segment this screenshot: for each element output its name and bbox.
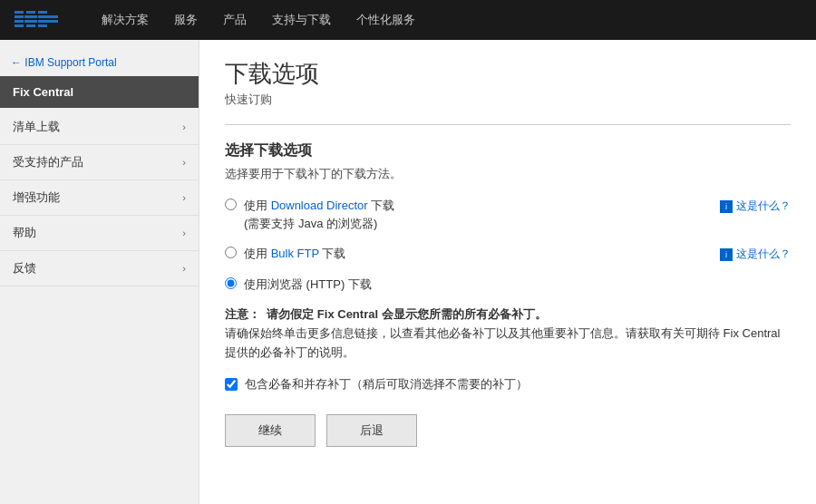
info-icon-2: i xyxy=(720,248,733,261)
sidebar-item-products-label: 受支持的产品 xyxy=(13,154,83,170)
option-2-label[interactable]: 使用 Bulk FTP 下载 xyxy=(244,245,345,263)
nav-products[interactable]: 产品 xyxy=(223,12,247,28)
radio-http[interactable] xyxy=(225,277,237,289)
note-text1: 请勿假定 Fix Central 会显示您所需的所有必备补丁。 xyxy=(267,307,546,321)
svg-rect-1 xyxy=(15,15,24,18)
svg-rect-4 xyxy=(26,11,35,14)
radio-download-director[interactable] xyxy=(225,199,237,210)
section-desc: 选择要用于下载补丁的下载方法。 xyxy=(225,166,791,182)
sidebar-item-upload[interactable]: 清单上载 › xyxy=(0,110,199,145)
option-1-link-text: 这是什么？ xyxy=(736,199,791,214)
svg-rect-7 xyxy=(26,24,35,27)
note-line1: 注意： 请勿假定 Fix Central 会显示您所需的所有必备补丁。 xyxy=(225,305,791,325)
page-title: 下载选项 xyxy=(225,58,791,90)
chevron-icon-0: › xyxy=(182,121,186,132)
option-2-link-text: 这是什么？ xyxy=(736,247,791,262)
option-3-text: 使用浏览器 (HTTP) 下载 xyxy=(244,277,372,291)
checkbox-label[interactable]: 包含必备和并存补丁（稍后可取消选择不需要的补丁） xyxy=(245,376,528,393)
svg-rect-2 xyxy=(15,20,24,23)
section-title: 选择下载选项 xyxy=(225,141,791,160)
sidebar-item-help[interactable]: 帮助 › xyxy=(0,216,199,251)
option-1-text: 使用 Download Director 下载 xyxy=(244,199,394,212)
svg-rect-10 xyxy=(38,20,58,23)
option-1-link[interactable]: i 这是什么？ xyxy=(720,199,791,214)
chevron-icon-4: › xyxy=(182,263,186,274)
sidebar-item-enhance[interactable]: 增强功能 › xyxy=(0,180,199,216)
option-1-label[interactable]: 使用 Download Director 下载 (需要支持 Java 的浏览器) xyxy=(244,197,394,232)
main-container: ← IBM Support Portal Fix Central 清单上载 › … xyxy=(0,40,816,504)
note-box: 注意： 请勿假定 Fix Central 会显示您所需的所有必备补丁。 请确保始… xyxy=(225,305,791,362)
ibm-logo xyxy=(15,11,58,29)
option-1-left: 使用 Download Director 下载 (需要支持 Java 的浏览器) xyxy=(225,197,702,232)
option-1-sub: (需要支持 Java 的浏览器) xyxy=(244,217,377,230)
sidebar-item-feedback-label: 反馈 xyxy=(13,260,36,276)
option-row-3: 使用浏览器 (HTTP) 下载 xyxy=(225,276,791,294)
sidebar-item-help-label: 帮助 xyxy=(13,225,36,241)
nav-personalized[interactable]: 个性化服务 xyxy=(356,12,415,28)
svg-rect-0 xyxy=(15,11,24,14)
option-row-1: 使用 Download Director 下载 (需要支持 Java 的浏览器)… xyxy=(225,197,791,232)
option-3-label[interactable]: 使用浏览器 (HTTP) 下载 xyxy=(244,276,372,294)
checkbox-row: 包含必备和并存补丁（稍后可取消选择不需要的补丁） xyxy=(225,376,791,393)
continue-button[interactable]: 继续 xyxy=(225,414,316,447)
option-3-left: 使用浏览器 (HTTP) 下载 xyxy=(225,276,791,294)
svg-rect-8 xyxy=(38,11,47,14)
main-content: 下载选项 快速订购 选择下载选项 选择要用于下载补丁的下载方法。 使用 Down… xyxy=(199,40,816,504)
nav-support[interactable]: 支持与下载 xyxy=(272,12,331,28)
section-divider xyxy=(225,124,791,125)
page-subtitle: 快速订购 xyxy=(225,92,791,108)
nav-solutions[interactable]: 解决方案 xyxy=(102,12,149,28)
chevron-icon-3: › xyxy=(182,228,186,238)
note-title: 注意： xyxy=(225,307,260,321)
nav-services[interactable]: 服务 xyxy=(174,12,198,28)
svg-rect-6 xyxy=(24,20,37,23)
sidebar-back-link[interactable]: ← IBM Support Portal xyxy=(0,47,199,76)
sidebar-title: Fix Central xyxy=(0,76,199,108)
svg-rect-11 xyxy=(38,24,47,27)
option-2-link[interactable]: i 这是什么？ xyxy=(720,247,791,262)
sidebar-item-enhance-label: 增强功能 xyxy=(13,189,60,206)
note-line2: 请确保始终单击更多信息链接，以查看其他必备补丁以及其他重要补丁信息。请获取有关可… xyxy=(225,325,791,363)
svg-rect-3 xyxy=(15,24,24,27)
back-button[interactable]: 后退 xyxy=(326,414,417,447)
sidebar: ← IBM Support Portal Fix Central 清单上载 › … xyxy=(0,40,199,504)
sidebar-item-feedback[interactable]: 反馈 › xyxy=(0,251,199,286)
radio-bulk-ftp[interactable] xyxy=(225,247,237,258)
svg-rect-9 xyxy=(38,15,58,18)
option-2-left: 使用 Bulk FTP 下载 xyxy=(225,245,702,263)
option-2-text: 使用 Bulk FTP 下载 xyxy=(244,247,345,260)
svg-rect-5 xyxy=(24,15,37,18)
chevron-icon-1: › xyxy=(182,157,186,168)
top-nav: 解决方案 服务 产品 支持与下载 个性化服务 xyxy=(0,0,816,40)
sidebar-item-products[interactable]: 受支持的产品 › xyxy=(0,145,199,180)
button-row: 继续 后退 xyxy=(225,414,791,447)
sidebar-item-upload-label: 清单上载 xyxy=(13,119,60,135)
info-icon-1: i xyxy=(720,200,733,213)
option-row-2: 使用 Bulk FTP 下载 i 这是什么？ xyxy=(225,245,791,263)
chevron-icon-2: › xyxy=(182,192,186,203)
include-prereq-checkbox[interactable] xyxy=(225,378,238,391)
